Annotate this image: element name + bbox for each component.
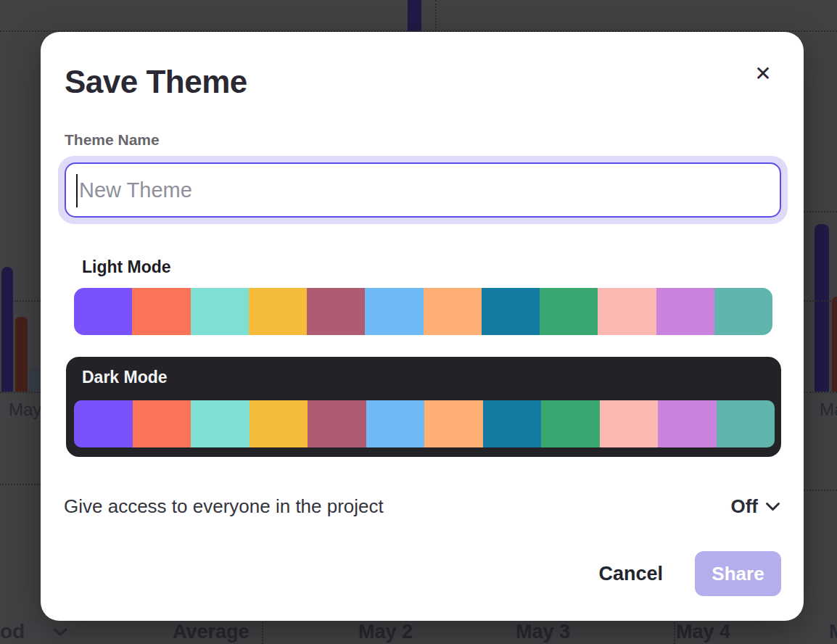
chart-bar [15,317,28,392]
theme-name-input[interactable] [65,162,781,218]
palette-swatch [191,288,249,335]
gridline [804,490,837,491]
period-dropdown: od4 [0,620,68,643]
palette-swatch [191,400,250,447]
dialog-footer: Cancel Share [598,551,781,596]
palette-swatch [132,288,190,335]
access-row: Give access to everyone in the project O… [64,492,780,521]
axis-label-may2: May 2 [358,621,413,643]
gridline [0,392,41,393]
axis-label-average: Average [173,621,250,643]
palette-swatch [133,400,191,447]
palette-swatch [249,288,307,335]
chart-bar [815,224,829,392]
chevron-down-icon [52,627,68,637]
palette-swatch [74,288,132,335]
close-icon[interactable]: ✕ [750,60,776,86]
save-theme-dialog: Save Theme ✕ Theme Name Light Mode Dark … [41,32,804,621]
theme-name-label: Theme Name [65,131,160,149]
period-label: od [0,620,25,643]
palette-swatch [541,400,600,447]
access-value: Off [730,495,758,518]
palette-swatch [308,400,366,447]
chart-group-label: May [9,400,41,420]
chart-bar [1,267,13,392]
palette-swatch [482,288,540,335]
palette-swatch [307,288,365,335]
palette-swatch [540,288,598,335]
palette-swatch [424,400,483,447]
gridline [15,300,41,302]
chart-bar [832,297,837,392]
palette-swatch [365,288,423,335]
share-button[interactable]: Share [695,551,781,596]
cancel-button[interactable]: Cancel [598,563,663,585]
text-cursor [76,174,78,207]
gridline [0,484,41,485]
access-dropdown[interactable]: Off [730,495,780,518]
chart-bar [29,368,39,392]
chevron-down-icon [765,502,780,511]
palette-swatch [714,288,772,335]
dark-mode-palette [74,400,775,447]
axis-label-may4: May 4 [676,621,730,643]
gridline [674,619,675,644]
light-mode-palette [74,288,772,335]
palette-swatch [656,288,714,335]
gridline [435,0,437,31]
chart-group-label: Ma [820,400,837,420]
palette-swatch [658,400,717,447]
dialog-title: Save Theme [65,66,247,98]
access-label: Give access to everyone in the project [64,495,384,518]
axis-label-may3: May 3 [516,621,570,643]
palette-swatch [483,400,542,447]
period-number: 4 [31,620,43,643]
palette-swatch [424,288,482,335]
gridline [804,211,837,212]
chart-bar [408,0,421,31]
dark-mode-card: Dark Mode [66,357,781,457]
palette-swatch [366,400,425,447]
theme-name-field-focus-ring [58,156,788,224]
gridline [804,300,837,302]
light-mode-label: Light Mode [82,257,171,277]
palette-swatch [74,400,133,447]
palette-swatch [600,400,659,447]
gridline [804,392,837,393]
axis-label-may5-partial: M [829,621,837,643]
palette-swatch [250,400,308,447]
palette-swatch [598,288,656,335]
palette-swatch [717,400,775,447]
dark-mode-label: Dark Mode [82,367,168,387]
gridline [262,619,263,644]
